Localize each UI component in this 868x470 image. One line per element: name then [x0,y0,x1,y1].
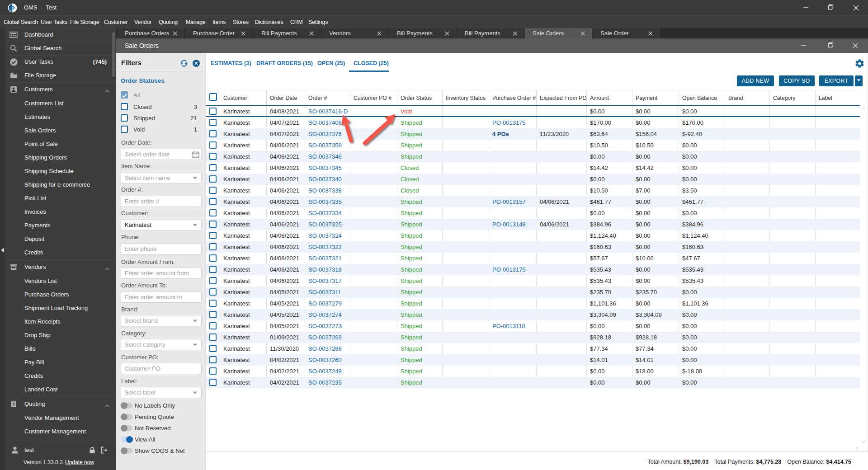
svg-text:?: ? [12,402,15,407]
